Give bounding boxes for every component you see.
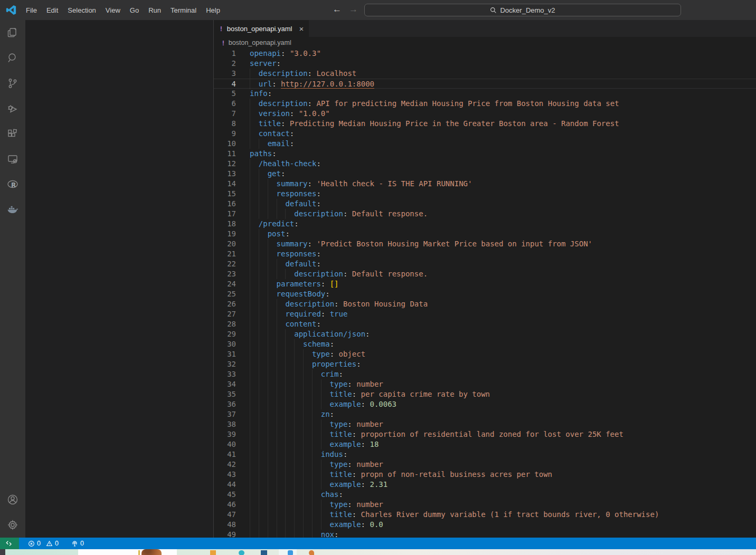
code-line[interactable]: 19post: <box>214 229 756 239</box>
indent-guide <box>277 500 286 510</box>
forwarded-ports-button[interactable]: 0 <box>68 538 88 549</box>
code-line[interactable]: 16default: <box>214 199 756 209</box>
code-line[interactable]: 29application/json: <box>214 329 756 339</box>
back-arrow-icon[interactable]: ← <box>333 4 342 15</box>
menu-item-help[interactable]: Help <box>201 4 225 17</box>
code-line[interactable]: 10email: <box>214 139 756 149</box>
taskbar-icon-3[interactable] <box>261 550 267 555</box>
line-content: responses: <box>250 189 321 199</box>
code-line[interactable]: 38type: number <box>214 419 756 429</box>
account-icon[interactable] <box>0 487 25 512</box>
code-line[interactable]: 5info: <box>214 89 756 99</box>
breadcrumb[interactable]: ! boston_openapi.yaml <box>214 37 756 49</box>
code-line[interactable]: 27required: true <box>214 309 756 319</box>
code-line[interactable]: 49nox: <box>214 530 756 538</box>
menu-item-terminal[interactable]: Terminal <box>166 4 201 17</box>
code-line[interactable]: 30schema: <box>214 339 756 349</box>
line-number: 27 <box>214 309 236 319</box>
code-line[interactable]: 34type: number <box>214 379 756 389</box>
taskbar-icon-5[interactable] <box>309 550 314 555</box>
code-line[interactable]: 24parameters: [] <box>214 279 756 289</box>
code-line[interactable]: 31type: object <box>214 349 756 359</box>
taskbar-window-preview[interactable] <box>78 549 177 555</box>
code-line[interactable]: 33crim: <box>214 369 756 379</box>
code-line[interactable]: 35title: per capita crime rate by town <box>214 389 756 399</box>
code-line[interactable]: 21responses: <box>214 249 756 259</box>
code-line[interactable]: 43title: propn of non-retail business ac… <box>214 470 756 480</box>
line-content: zn: <box>250 409 334 419</box>
remote-indicator-button[interactable] <box>0 538 19 549</box>
preview-accent <box>138 550 140 555</box>
code-line[interactable]: 32properties: <box>214 359 756 369</box>
code-line[interactable]: 15responses: <box>214 189 756 199</box>
code-line[interactable]: 22default: <box>214 259 756 269</box>
run-and-debug-icon[interactable] <box>0 96 25 121</box>
code-line[interactable]: 8title: Predicting Median Housing Price … <box>214 119 756 129</box>
r-language-icon[interactable]: R <box>0 172 25 197</box>
code-line[interactable]: 3description: Localhost <box>214 69 756 79</box>
code-line[interactable]: 4url: http://127.0.0.1:8000 <box>214 79 756 89</box>
code-line[interactable]: 18/predict: <box>214 219 756 229</box>
code-line[interactable]: 44example: 2.31 <box>214 480 756 490</box>
url-link[interactable]: http://127.0.0.1:8000 <box>281 80 374 89</box>
line-number: 10 <box>214 139 236 149</box>
extensions-icon[interactable] <box>0 121 25 147</box>
indent-guide <box>294 439 303 449</box>
docker-icon[interactable] <box>0 197 25 223</box>
settings-gear-icon[interactable] <box>0 512 25 538</box>
source-control-icon[interactable] <box>0 71 25 96</box>
menu-item-view[interactable]: View <box>101 4 125 17</box>
forward-arrow-icon[interactable]: → <box>349 4 358 15</box>
code-line[interactable]: 26description: Boston Housing Data <box>214 299 756 309</box>
code-line[interactable]: 36example: 0.0063 <box>214 399 756 409</box>
code-line[interactable]: 9contact: <box>214 129 756 139</box>
code-line[interactable]: 14summary: 'Health check - IS THE API RU… <box>214 179 756 189</box>
command-center-search[interactable]: Docker_Demo_v2 <box>364 4 681 16</box>
taskbar-icon-4[interactable] <box>288 550 293 555</box>
code-line[interactable]: 47title: Charles River dummy variable (1… <box>214 510 756 520</box>
tab-close-icon[interactable]: × <box>299 25 304 33</box>
code-token: nox <box>321 530 334 538</box>
code-line[interactable]: 28content: <box>214 319 756 329</box>
menu-item-file[interactable]: File <box>21 4 42 17</box>
menu-item-run[interactable]: Run <box>144 4 166 17</box>
code-line[interactable]: 20summary: 'Predict Boston Housing Marke… <box>214 239 756 249</box>
code-line[interactable]: 39title: proportion of residential land … <box>214 429 756 439</box>
code-line[interactable]: 46type: number <box>214 500 756 510</box>
menu-item-go[interactable]: Go <box>125 4 144 17</box>
code-line[interactable]: 17description: Default response. <box>214 209 756 219</box>
code-line[interactable]: 41indus: <box>214 449 756 460</box>
code-line[interactable]: 6description: API for predicting Median … <box>214 99 756 109</box>
explorer-icon[interactable] <box>0 20 25 45</box>
code-line[interactable]: 12/health-check: <box>214 159 756 169</box>
code-token: get <box>268 169 281 178</box>
code-line[interactable]: 11paths: <box>214 149 756 159</box>
code-line[interactable]: 2server: <box>214 59 756 69</box>
code-line[interactable]: 37zn: <box>214 409 756 419</box>
search-sidebar-icon[interactable] <box>0 45 25 71</box>
remote-explorer-icon[interactable] <box>0 147 25 172</box>
code-line[interactable]: 1openapi: "3.0.3" <box>214 49 756 59</box>
taskbar-icon-2[interactable] <box>239 550 244 555</box>
indent-guide <box>259 199 268 209</box>
code-editor[interactable]: 1openapi: "3.0.3"2server:3description: L… <box>214 49 756 538</box>
code-line[interactable]: 25requestBody: <box>214 289 756 299</box>
taskbar-icon-1[interactable] <box>210 550 216 555</box>
indent-guide <box>294 449 303 460</box>
line-number: 34 <box>214 379 236 389</box>
line-content: parameters: [] <box>250 279 339 289</box>
menu-item-selection[interactable]: Selection <box>63 4 100 17</box>
menu-item-edit[interactable]: Edit <box>42 4 63 17</box>
code-line[interactable]: 45chas: <box>214 490 756 500</box>
code-line[interactable]: 42type: number <box>214 460 756 470</box>
code-line[interactable]: 23description: Default response. <box>214 269 756 279</box>
code-line[interactable]: 13get: <box>214 169 756 179</box>
code-line[interactable]: 40example: 18 <box>214 439 756 449</box>
code-line[interactable]: 7version: "1.0.0" <box>214 109 756 119</box>
code-token: properties <box>312 360 356 368</box>
code-token: : <box>294 219 298 228</box>
line-number: 44 <box>214 480 236 490</box>
code-line[interactable]: 48example: 0.0 <box>214 520 756 530</box>
problems-button[interactable]: 0 0 <box>24 538 62 549</box>
tab-boston-openapi-yaml[interactable]: ! boston_openapi.yaml × <box>214 20 309 37</box>
